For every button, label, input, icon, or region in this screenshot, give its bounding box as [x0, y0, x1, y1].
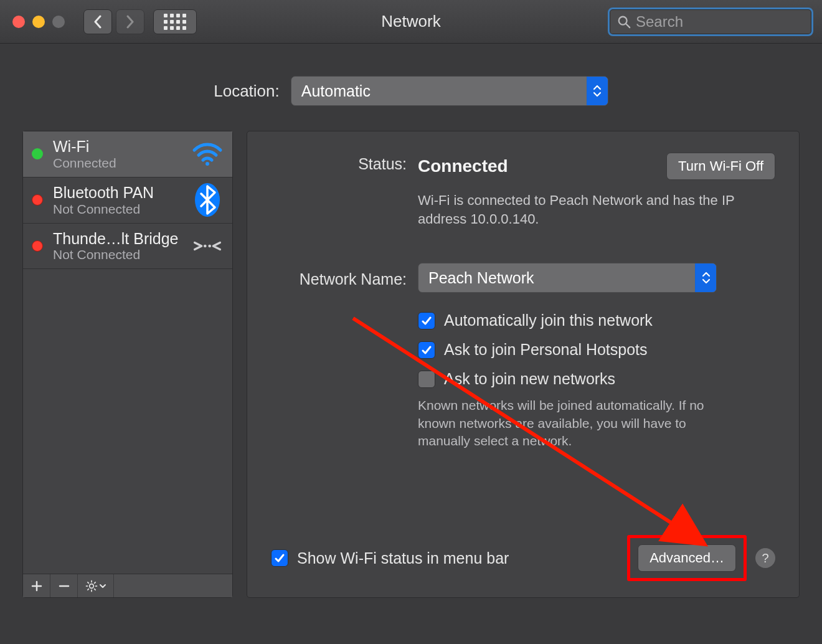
location-row: Location: Automatic	[0, 76, 822, 106]
sidebar-item-bluetooth-pan[interactable]: Bluetooth PAN Not Connected	[23, 178, 232, 224]
sidebar-item-sublabel: Not Connected	[53, 202, 154, 217]
checkmark-icon	[420, 315, 433, 327]
select-stepper-icon	[695, 263, 716, 292]
auto-join-checkbox-row: Automatically join this network	[418, 311, 775, 329]
wifi-icon	[191, 138, 224, 170]
ask-hotspot-label: Ask to join Personal Hotspots	[444, 341, 648, 359]
select-stepper-icon	[587, 77, 608, 105]
sidebar-item-label: Thunde…lt Bridge	[53, 230, 179, 248]
minimize-window-button[interactable]	[32, 16, 45, 28]
help-button[interactable]: ?	[755, 548, 775, 568]
remove-service-button[interactable]	[50, 574, 78, 597]
chevron-right-icon	[125, 15, 135, 29]
network-name-value: Peach Network	[418, 269, 695, 287]
ask-new-help-text: Known networks will be joined automatica…	[418, 397, 717, 450]
show-all-prefs-button[interactable]	[153, 9, 197, 34]
location-select[interactable]: Automatic	[291, 76, 608, 106]
services-list: Wi-Fi Connected Bluetooth PAN Not Co	[23, 131, 232, 574]
plus-icon	[31, 580, 42, 592]
svg-line-12	[94, 589, 96, 590]
checkmark-icon	[273, 552, 286, 564]
ask-new-checkbox-row: Ask to join new networks	[418, 370, 775, 388]
svg-point-5	[208, 245, 211, 248]
forward-button[interactable]	[116, 9, 144, 34]
sidebar-footer	[23, 574, 232, 597]
help-label: ?	[762, 551, 768, 566]
titlebar: Network	[0, 0, 822, 44]
bluetooth-icon	[191, 184, 224, 216]
show-menubar-checkbox[interactable]	[271, 549, 288, 567]
status-label: Status:	[282, 153, 407, 228]
svg-point-6	[89, 584, 93, 588]
nav-buttons	[83, 9, 144, 34]
chevron-left-icon	[93, 15, 103, 29]
show-menubar-checkbox-row: Show Wi-Fi status in menu bar	[271, 549, 509, 567]
advanced-button[interactable]: Advanced…	[638, 544, 736, 572]
toggle-wifi-button[interactable]: Turn Wi-Fi Off	[666, 153, 775, 180]
status-description: Wi-Fi is connected to Peach Network and …	[418, 191, 742, 228]
network-name-label: Network Name:	[282, 268, 407, 288]
auto-join-label: Automatically join this network	[444, 311, 653, 329]
svg-point-4	[204, 245, 207, 248]
window-controls	[12, 16, 65, 28]
detail-panel: Status: Connected Turn Wi-Fi Off Wi-Fi i…	[247, 131, 800, 598]
svg-line-13	[87, 589, 89, 590]
svg-line-11	[87, 582, 89, 584]
close-window-button[interactable]	[12, 16, 25, 28]
status-dot-icon	[32, 148, 43, 159]
gear-icon	[85, 580, 98, 592]
service-actions-button[interactable]	[78, 574, 114, 597]
minus-icon	[59, 580, 70, 592]
svg-line-1	[626, 23, 630, 27]
chevron-down-icon	[99, 583, 106, 589]
sidebar-item-label: Bluetooth PAN	[53, 184, 154, 202]
sidebar-item-sublabel: Connected	[53, 156, 116, 171]
search-field-wrap[interactable]	[608, 7, 813, 36]
ask-hotspot-checkbox[interactable]	[418, 341, 435, 359]
services-sidebar: Wi-Fi Connected Bluetooth PAN Not Co	[22, 131, 233, 598]
status-value: Connected	[418, 156, 508, 176]
sidebar-item-thunderbolt-bridge[interactable]: Thunde…lt Bridge Not Connected	[23, 224, 232, 270]
thunderbolt-bridge-icon	[191, 230, 224, 262]
location-value: Automatic	[291, 82, 587, 100]
checkmark-icon	[420, 344, 433, 356]
search-icon	[617, 15, 631, 29]
detail-footer: Show Wi-Fi status in menu bar Advanced… …	[271, 535, 775, 581]
annotation-highlight: Advanced…	[627, 535, 747, 581]
window-title: Network	[381, 12, 440, 31]
network-name-select[interactable]: Peach Network	[418, 263, 717, 293]
ask-new-checkbox[interactable]	[418, 371, 435, 388]
ask-hotspot-checkbox-row: Ask to join Personal Hotspots	[418, 341, 775, 359]
grid-icon	[164, 14, 186, 30]
ask-new-label: Ask to join new networks	[444, 370, 615, 388]
svg-point-2	[206, 162, 209, 166]
sidebar-item-wifi[interactable]: Wi-Fi Connected	[23, 131, 232, 178]
status-dot-icon	[32, 194, 43, 206]
search-input[interactable]	[636, 13, 804, 31]
status-dot-icon	[32, 240, 43, 252]
zoom-window-button[interactable]	[52, 16, 65, 28]
sidebar-item-label: Wi-Fi	[53, 138, 116, 156]
location-label: Location:	[214, 82, 280, 101]
sidebar-item-sublabel: Not Connected	[53, 247, 179, 262]
svg-line-14	[94, 582, 96, 584]
auto-join-checkbox[interactable]	[418, 312, 435, 329]
show-menubar-label: Show Wi-Fi status in menu bar	[297, 549, 509, 567]
add-service-button[interactable]	[23, 574, 50, 597]
back-button[interactable]	[83, 9, 112, 34]
